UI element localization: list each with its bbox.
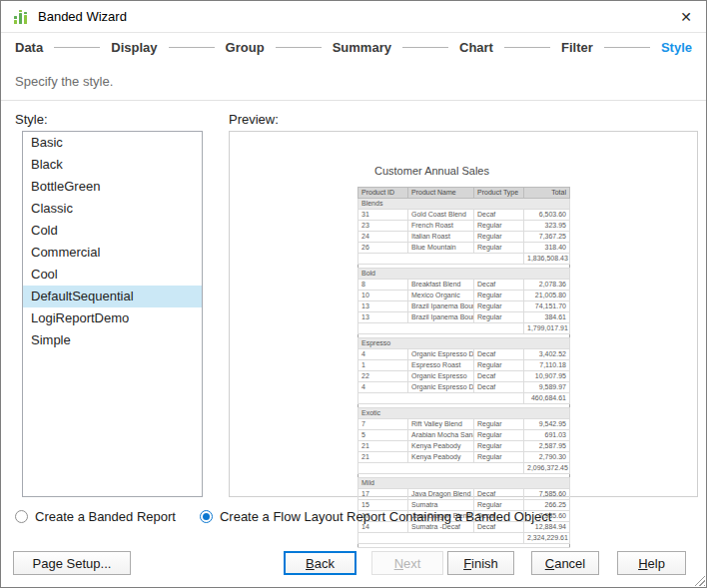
radio-unselected-icon[interactable] [15, 510, 28, 523]
table-row: 24Italian RoastRegular7,367.25 [358, 232, 570, 243]
radio-selected-icon[interactable] [200, 510, 213, 523]
table-row: 7Rift Valley BlendRegular9,542.95 [358, 419, 570, 430]
column-header: Product Name [408, 188, 474, 199]
step-connector [54, 47, 100, 48]
step-connector [604, 47, 650, 48]
next-button: Next [371, 551, 443, 575]
report-type-option-2[interactable]: Create a Flow Layout Report Containing a… [200, 509, 551, 524]
column-header: Product Type [474, 188, 524, 199]
step-connector [276, 47, 322, 48]
table-row: 8Breakfast BlendDecaf2,078.36 [358, 280, 570, 291]
style-item-commercial[interactable]: Commercial [23, 242, 202, 264]
group-total-row: 1,836,508.43 [358, 254, 570, 265]
table-row: 4Organic Espresso DecafDecaf9,589.97 [358, 382, 570, 393]
wizard-step-chart[interactable]: Chart [459, 40, 493, 55]
app-icon [13, 9, 29, 25]
table-row: 23French RoastRegular323.95 [358, 221, 570, 232]
table-row: 21Kenya PeabodyRegular2,587.95 [358, 441, 570, 452]
wizard-step-summary[interactable]: Summary [333, 40, 391, 55]
group-total-row: 2,096,372.45 [358, 463, 570, 474]
preview-table: Product IDProduct NameProduct TypeTotalB… [357, 187, 570, 548]
table-row: 13Brazil Ipanema BourbonRegular74,151.70 [358, 301, 570, 312]
banded-wizard-dialog: Banded Wizard ✕ DataDisplayGroupSummaryC… [0, 0, 707, 588]
column-header: Total [524, 188, 570, 199]
step-connector [402, 47, 448, 48]
group-total-row: 1,799,017.91 [358, 323, 570, 334]
style-item-bottlegreen[interactable]: BottleGreen [23, 176, 202, 198]
close-icon[interactable]: ✕ [666, 1, 706, 32]
page-setup-button[interactable]: Page Setup... [13, 551, 131, 575]
table-row: 26Blue MountainRegular318.40 [358, 243, 570, 254]
back-button[interactable]: Back [284, 551, 356, 575]
preview-pane: Customer Annual Sales Product IDProduct … [229, 131, 698, 497]
wizard-step-display[interactable]: Display [111, 40, 157, 55]
table-header-row: Product IDProduct NameProduct TypeTotal [358, 188, 570, 199]
wizard-step-data[interactable]: Data [15, 40, 43, 55]
group-band-row: Blends [358, 199, 570, 210]
column-header: Product ID [358, 188, 408, 199]
table-row: 31Gold Coast BlendDecaf6,503.60 [358, 210, 570, 221]
style-item-cold[interactable]: Cold [23, 220, 202, 242]
radio-option-label: Create a Banded Report [35, 509, 176, 524]
group-band-row: Exotic [358, 408, 570, 419]
style-item-cool[interactable]: Cool [23, 264, 202, 286]
style-item-black[interactable]: Black [23, 154, 202, 176]
group-band-row: Mild [358, 478, 570, 489]
table-row: 17Java Dragon BlendDecaf7,585.60 [358, 489, 570, 500]
report-type-options: Create a Banded ReportCreate a Flow Layo… [15, 509, 551, 524]
finish-button[interactable]: Finish [447, 551, 514, 575]
table-row: 1Espresso RoastRegular7,110.18 [358, 360, 570, 371]
wizard-step-group[interactable]: Group [226, 40, 265, 55]
title-bar: Banded Wizard ✕ [1, 1, 706, 33]
step-connector [504, 47, 550, 48]
wizard-steps: DataDisplayGroupSummaryChartFilterStyle [1, 32, 706, 62]
report-title: Customer Annual Sales [374, 165, 489, 177]
table-row: 10Mexico OrganicRegular21,005.80 [358, 291, 570, 301]
preview-label: Preview: [229, 112, 279, 127]
style-list-label: Style: [15, 112, 48, 127]
style-item-classic[interactable]: Classic [23, 198, 202, 220]
step-connector [169, 47, 215, 48]
subtitle-bar: Specify the style. [1, 62, 706, 101]
style-item-basic[interactable]: Basic [23, 132, 202, 154]
style-item-logireportdemo[interactable]: LogiReportDemo [23, 307, 202, 329]
resize-grip-icon[interactable] [692, 573, 705, 586]
group-total-row: 2,324,229.61 [358, 533, 570, 544]
wizard-step-style[interactable]: Style [661, 40, 692, 55]
group-band-row: Bold [358, 269, 570, 280]
table-row: 13Brazil Ipanema BourbonRegular384.61 [358, 312, 570, 323]
group-band-row: Espresso [358, 338, 570, 349]
style-item-simple[interactable]: Simple [23, 329, 202, 351]
table-row: 5Arabian Mocha SananiRegular691.03 [358, 430, 570, 441]
table-row: 4Organic Espresso DecafDecaf3,402.52 [358, 349, 570, 360]
table-row: 21Kenya PeabodyRegular2,790.30 [358, 452, 570, 463]
group-spacer-row [358, 544, 570, 548]
table-row: 22Organic EspressoDecaf10,907.95 [358, 371, 570, 382]
window-title: Banded Wizard [38, 9, 127, 24]
style-listbox[interactable]: BasicBlackBottleGreenClassicColdCommerci… [22, 131, 203, 497]
radio-option-label: Create a Flow Layout Report Containing a… [220, 509, 551, 524]
wizard-subtitle: Specify the style. [15, 74, 113, 89]
cancel-button[interactable]: Cancel [531, 551, 599, 575]
help-button[interactable]: Help [617, 551, 686, 575]
style-item-defaultsequential[interactable]: DefaultSequential [23, 286, 202, 307]
report-type-option-1[interactable]: Create a Banded Report [15, 509, 176, 524]
wizard-step-filter[interactable]: Filter [561, 40, 593, 55]
group-total-row: 460,684.61 [358, 393, 570, 404]
